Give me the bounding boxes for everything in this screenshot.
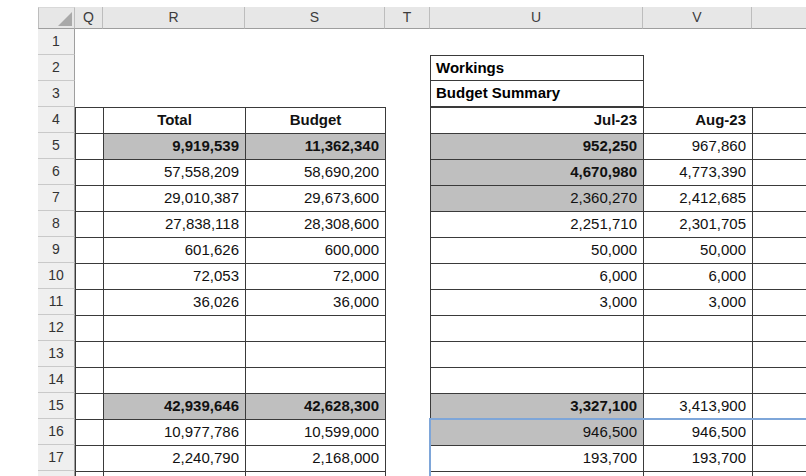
cell-w8-partial[interactable] — [753, 212, 806, 238]
cell-v8[interactable]: 2,301,705 — [644, 212, 753, 238]
cell-v13[interactable] — [644, 342, 753, 368]
cell-q9[interactable] — [76, 238, 104, 264]
cell-u10[interactable]: 6,000 — [431, 264, 644, 290]
cell-u9[interactable]: 50,000 — [431, 238, 644, 264]
cell-r12[interactable] — [104, 316, 246, 342]
row-header-16[interactable]: 16 — [38, 419, 75, 445]
cell-w4-partial[interactable] — [753, 108, 806, 134]
row-header-8[interactable]: 8 — [38, 211, 75, 237]
cell-q5[interactable] — [76, 134, 104, 160]
cell-s4-budget-header[interactable]: Budget — [246, 108, 386, 134]
cell-w11-partial[interactable] — [753, 290, 806, 316]
column-header-s[interactable]: S — [245, 7, 385, 29]
cell-u12[interactable] — [431, 316, 644, 342]
cell-q17[interactable] — [76, 446, 104, 472]
cell-u16[interactable]: 946,500 — [431, 420, 644, 446]
cell-q14[interactable] — [76, 368, 104, 394]
cell-q18[interactable] — [76, 472, 104, 476]
cell-v18[interactable]: 86,100 — [644, 472, 753, 476]
cell-v7[interactable]: 2,412,685 — [644, 186, 753, 212]
cell-w13-partial[interactable] — [753, 342, 806, 368]
cell-q4[interactable] — [76, 108, 104, 134]
cell-w6-partial[interactable] — [753, 160, 806, 186]
cell-w5-partial[interactable] — [753, 134, 806, 160]
cell-q13[interactable] — [76, 342, 104, 368]
row-header-18[interactable]: 18 — [38, 471, 75, 476]
cell-v6[interactable]: 4,773,390 — [644, 160, 753, 186]
cell-u7[interactable]: 2,360,270 — [431, 186, 644, 212]
cell-s17[interactable]: 2,168,000 — [246, 446, 386, 472]
cell-r9[interactable]: 601,626 — [104, 238, 246, 264]
row-header-17[interactable]: 17 — [38, 445, 75, 471]
cell-u17[interactable]: 193,700 — [431, 446, 644, 472]
cell-r6[interactable]: 57,558,209 — [104, 160, 246, 186]
cell-s6[interactable]: 58,690,200 — [246, 160, 386, 186]
column-header-w-partial[interactable] — [752, 7, 806, 29]
cell-s7[interactable]: 29,673,600 — [246, 186, 386, 212]
cell-q7[interactable] — [76, 186, 104, 212]
row-header-12[interactable]: 12 — [38, 315, 75, 341]
cell-r13[interactable] — [104, 342, 246, 368]
column-header-v[interactable]: V — [643, 7, 752, 29]
cell-w14-partial[interactable] — [753, 368, 806, 394]
cell-w18-partial[interactable] — [753, 472, 806, 476]
cell-u13[interactable] — [431, 342, 644, 368]
cell-s10[interactable]: 72,000 — [246, 264, 386, 290]
row-header-5[interactable]: 5 — [38, 133, 75, 159]
cell-v10[interactable]: 6,000 — [644, 264, 753, 290]
cell-workings-subtitle[interactable]: Budget Summary — [431, 81, 643, 106]
cell-w15-partial[interactable] — [753, 394, 806, 420]
cell-s13[interactable] — [246, 342, 386, 368]
cell-r8[interactable]: 27,838,118 — [104, 212, 246, 238]
cell-v9[interactable]: 50,000 — [644, 238, 753, 264]
row-header-7[interactable]: 7 — [38, 185, 75, 211]
row-header-13[interactable]: 13 — [38, 341, 75, 367]
column-header-q[interactable]: Q — [75, 7, 103, 29]
cell-w17-partial[interactable] — [753, 446, 806, 472]
cell-s5[interactable]: 11,362,340 — [246, 134, 386, 160]
row-header-4[interactable]: 4 — [38, 107, 75, 133]
row-header-2[interactable]: 2 — [38, 55, 75, 81]
row-header-1[interactable]: 1 — [38, 29, 75, 55]
cell-v12[interactable] — [644, 316, 753, 342]
cell-v5[interactable]: 967,860 — [644, 134, 753, 160]
column-header-t[interactable]: T — [385, 7, 430, 29]
cell-s18[interactable]: 964,200 — [246, 472, 386, 476]
cell-w9-partial[interactable] — [753, 238, 806, 264]
cell-r17[interactable]: 2,240,790 — [104, 446, 246, 472]
cell-v4-aug23-header[interactable]: Aug-23 — [644, 108, 753, 134]
cell-u5[interactable]: 952,250 — [431, 134, 644, 160]
column-header-r[interactable]: R — [103, 7, 245, 29]
cell-v14[interactable] — [644, 368, 753, 394]
cell-v11[interactable]: 3,000 — [644, 290, 753, 316]
cell-workings-title[interactable]: Workings — [431, 56, 643, 81]
cell-w7-partial[interactable] — [753, 186, 806, 212]
row-header-11[interactable]: 11 — [38, 289, 75, 315]
row-header-10[interactable]: 10 — [38, 263, 75, 289]
cell-r4-total-header[interactable]: Total — [104, 108, 246, 134]
cell-q16[interactable] — [76, 420, 104, 446]
row-header-9[interactable]: 9 — [38, 237, 75, 263]
cell-q8[interactable] — [76, 212, 104, 238]
cell-r18[interactable]: 1,004,777 — [104, 472, 246, 476]
cell-r16[interactable]: 10,977,786 — [104, 420, 246, 446]
cell-q11[interactable] — [76, 290, 104, 316]
cell-u8[interactable]: 2,251,710 — [431, 212, 644, 238]
cell-r7[interactable]: 29,010,387 — [104, 186, 246, 212]
column-header-u[interactable]: U — [430, 7, 643, 29]
row-header-15[interactable]: 15 — [38, 393, 75, 419]
cell-v16[interactable]: 946,500 — [644, 420, 753, 446]
cell-s14[interactable] — [246, 368, 386, 394]
cell-s12[interactable] — [246, 316, 386, 342]
cell-q6[interactable] — [76, 160, 104, 186]
cell-u18[interactable]: 86,100 — [431, 472, 644, 476]
cell-u6[interactable]: 4,670,980 — [431, 160, 644, 186]
cell-v15[interactable]: 3,413,900 — [644, 394, 753, 420]
select-all-corner[interactable] — [38, 7, 75, 29]
cell-v17[interactable]: 193,700 — [644, 446, 753, 472]
cell-s9[interactable]: 600,000 — [246, 238, 386, 264]
cell-w10-partial[interactable] — [753, 264, 806, 290]
cell-u4-jul23-header[interactable]: Jul-23 — [431, 108, 644, 134]
cell-q12[interactable] — [76, 316, 104, 342]
cell-r14[interactable] — [104, 368, 246, 394]
